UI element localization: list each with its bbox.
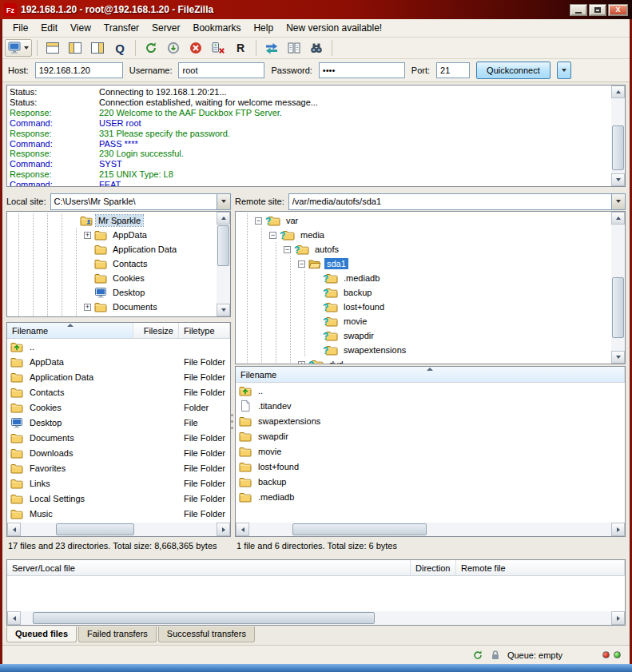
scroll-left-button[interactable] (236, 523, 249, 536)
file-row-documents[interactable]: DocumentsFile Folder (7, 430, 230, 445)
cancel-operation-button[interactable] (185, 39, 206, 57)
column-header-filetype[interactable]: Filetype (179, 323, 230, 338)
directory-comparison-button[interactable] (261, 39, 282, 57)
remote-list-hscrollbar[interactable] (236, 523, 625, 536)
tab-failed-transfers[interactable]: Failed transfers (78, 626, 157, 642)
tree-expander-minus[interactable]: − (269, 232, 276, 239)
quickconnect-dropdown-button[interactable] (557, 62, 571, 79)
scroll-left-button[interactable] (7, 523, 21, 536)
tree-item-var[interactable]: −?var (236, 213, 625, 228)
reconnect-button[interactable]: R (230, 39, 251, 57)
toggle-queue-button[interactable]: Q (109, 39, 130, 57)
synchronized-browsing-button[interactable] (284, 39, 304, 57)
remote-site-dropdown-button[interactable] (611, 194, 625, 209)
quickconnect-button[interactable]: Quickconnect (476, 62, 551, 79)
toggle-local-tree-button[interactable] (65, 39, 85, 57)
close-button[interactable]: X (608, 4, 628, 16)
remote-site-combo[interactable]: /var/media/autofs/sda1 (288, 193, 626, 210)
scroll-track[interactable] (217, 225, 230, 304)
file-row-up[interactable]: .. (236, 383, 625, 398)
scroll-thumb[interactable] (612, 125, 624, 170)
file-row-downloads[interactable]: DownloadsFile Folder (7, 445, 230, 460)
scroll-track[interactable] (249, 523, 611, 536)
queue-hscrollbar[interactable] (7, 611, 625, 625)
file-row-local-settings[interactable]: Local SettingsFile Folder (7, 491, 230, 506)
column-header-remote-file[interactable]: Remote file (456, 560, 625, 575)
file-row-up[interactable]: .. (7, 339, 230, 354)
file-row-movie[interactable]: movie (236, 443, 625, 459)
tree-item-application-data[interactable]: Application Data (7, 242, 230, 256)
column-header-filesize[interactable]: Filesize (133, 323, 179, 338)
tree-item-swapextensions[interactable]: ?swapextensions (236, 343, 625, 357)
scroll-down-button[interactable] (217, 304, 230, 316)
toggle-remote-tree-button[interactable] (87, 39, 108, 57)
menu-item-file[interactable]: File (6, 20, 34, 36)
tree-item-mediadb[interactable]: ?.mediadb (236, 271, 625, 285)
pane-splitter[interactable] (230, 406, 234, 436)
refresh-button[interactable] (141, 39, 161, 57)
tree-item-dvd[interactable]: +?dvd (236, 357, 625, 364)
column-header-server-local-file[interactable]: Server/Local file (7, 560, 411, 575)
message-log-scrollbar[interactable] (611, 85, 625, 186)
tree-item-backup[interactable]: ?backup (236, 285, 625, 300)
tree-item-swapdir[interactable]: ?swapdir (236, 328, 625, 343)
file-row-lost-found[interactable]: lost+found (236, 459, 625, 474)
column-header-filename[interactable]: Filename (236, 367, 625, 382)
file-row-backup[interactable]: backup (236, 474, 625, 489)
tree-item-downloads[interactable]: +Downloads (7, 314, 230, 317)
file-row-mediadb[interactable]: .mediadb (236, 489, 625, 504)
minimize-button[interactable] (570, 4, 587, 16)
file-row-cookies[interactable]: CookiesFolder (7, 400, 230, 415)
tree-item-media[interactable]: −?media (236, 228, 625, 242)
tree-expander-plus[interactable]: + (84, 232, 91, 239)
file-row-application-data[interactable]: Application DataFile Folder (7, 369, 230, 384)
site-manager-button[interactable] (5, 39, 32, 57)
file-row-contacts[interactable]: ContactsFile Folder (7, 384, 230, 400)
scroll-down-button[interactable] (611, 173, 625, 186)
tree-expander-plus[interactable]: + (84, 304, 91, 311)
port-input[interactable] (436, 62, 470, 78)
tab-queued-files[interactable]: Queued files (6, 626, 77, 642)
scroll-right-button[interactable] (611, 523, 625, 536)
toggle-message-log-button[interactable] (42, 39, 63, 57)
menu-item-transfer[interactable]: Transfer (97, 20, 145, 36)
scroll-thumb[interactable] (292, 523, 427, 535)
remote-tree-scrollbar[interactable] (611, 212, 625, 364)
title-bar[interactable]: Fz 192.168.1.20 - root@192.168.1.20 - Fi… (0, 0, 632, 19)
local-tree-scrollbar[interactable] (217, 212, 230, 316)
password-input[interactable] (319, 62, 405, 78)
host-input[interactable] (35, 62, 123, 78)
scroll-track[interactable] (21, 523, 217, 536)
tree-expander-minus[interactable]: − (255, 217, 262, 225)
tree-expander-minus[interactable]: − (284, 246, 291, 253)
file-row-links[interactable]: LinksFile Folder (7, 475, 230, 491)
local-list-hscrollbar[interactable] (7, 523, 230, 536)
scroll-down-button[interactable] (611, 351, 625, 364)
scroll-up-button[interactable] (217, 212, 230, 225)
file-row-swapextensions[interactable]: swapextensions (236, 413, 625, 428)
scroll-up-button[interactable] (611, 85, 625, 98)
scroll-track[interactable] (611, 98, 625, 173)
maximize-button[interactable] (589, 4, 606, 16)
local-site-dropdown-button[interactable] (217, 194, 230, 209)
scroll-right-button[interactable] (217, 523, 230, 536)
synchronized-browsing-status-icon[interactable] (472, 650, 483, 661)
scroll-left-button[interactable] (7, 611, 21, 625)
tree-item-movie[interactable]: ?movie (236, 314, 625, 328)
directory-comparison-status-icon[interactable] (490, 650, 501, 661)
disconnect-button[interactable] (208, 39, 229, 57)
menu-item-edit[interactable]: Edit (34, 20, 64, 36)
file-row-titandev[interactable]: .titandev (236, 398, 625, 413)
find-files-button[interactable] (306, 39, 327, 57)
menu-item-view[interactable]: View (64, 20, 97, 36)
menu-item-help[interactable]: Help (247, 20, 280, 36)
column-header-direction[interactable]: Direction (411, 560, 456, 575)
scroll-track[interactable] (21, 611, 611, 625)
tab-successful-transfers[interactable]: Successful transfers (158, 626, 255, 642)
scroll-thumb[interactable] (612, 277, 624, 338)
tree-expander-minus[interactable]: − (298, 260, 305, 268)
tree-item-cookies[interactable]: Cookies (7, 271, 230, 285)
scroll-thumb[interactable] (56, 523, 134, 535)
scroll-right-button[interactable] (611, 611, 625, 625)
tree-item-desktop[interactable]: Desktop (7, 285, 230, 300)
